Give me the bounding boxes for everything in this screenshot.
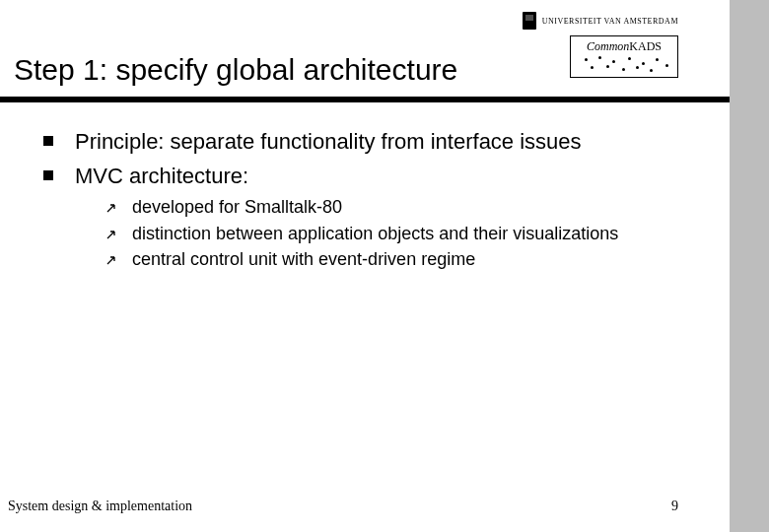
header-logos: UNIVERSITEIT VAN AMSTERDAM CommonKADS bbox=[523, 12, 678, 78]
list-item: central control unit with event-driven r… bbox=[106, 248, 678, 271]
list-item: Principle: separate functionality from i… bbox=[43, 128, 678, 157]
commonkads-logo: CommonKADS bbox=[570, 35, 678, 78]
commonkads-prefix: Common bbox=[587, 39, 629, 53]
list-item: distinction between application objects … bbox=[106, 223, 678, 245]
commonkads-suffix: KADS bbox=[629, 39, 662, 53]
footer: System design & implementation 9 bbox=[8, 499, 678, 514]
bullet-text: MVC architecture: bbox=[75, 163, 248, 191]
bullet-square-icon bbox=[43, 170, 53, 180]
dots-graphic bbox=[577, 56, 671, 74]
bullet-square-icon bbox=[43, 136, 53, 146]
sub-bullet-text: developed for Smalltalk-80 bbox=[132, 196, 342, 219]
footer-title: System design & implementation bbox=[8, 499, 192, 514]
arrow-icon bbox=[106, 228, 118, 239]
sub-bullet-text: central control unit with event-driven r… bbox=[132, 248, 475, 271]
commonkads-text: CommonKADS bbox=[577, 39, 671, 54]
university-logo: UNIVERSITEIT VAN AMSTERDAM bbox=[523, 12, 678, 30]
slide-title: Step 1: specify global architecture bbox=[14, 53, 457, 87]
sub-list: developed for Smalltalk-80 distinction b… bbox=[106, 196, 678, 271]
slide: UNIVERSITEIT VAN AMSTERDAM CommonKADS bbox=[0, 0, 730, 532]
bullet-text: Principle: separate functionality from i… bbox=[75, 128, 582, 157]
crest-icon bbox=[523, 12, 536, 30]
title-underline bbox=[0, 97, 730, 102]
arrow-icon bbox=[106, 201, 118, 213]
list-item: MVC architecture: bbox=[43, 163, 678, 191]
slide-content: Principle: separate functionality from i… bbox=[43, 128, 678, 274]
side-stripe bbox=[730, 0, 769, 532]
arrow-icon bbox=[106, 253, 118, 265]
university-name: UNIVERSITEIT VAN AMSTERDAM bbox=[542, 17, 678, 26]
sub-bullet-text: distinction between application objects … bbox=[132, 223, 618, 245]
page-number: 9 bbox=[671, 499, 678, 514]
list-item: developed for Smalltalk-80 bbox=[106, 196, 678, 219]
